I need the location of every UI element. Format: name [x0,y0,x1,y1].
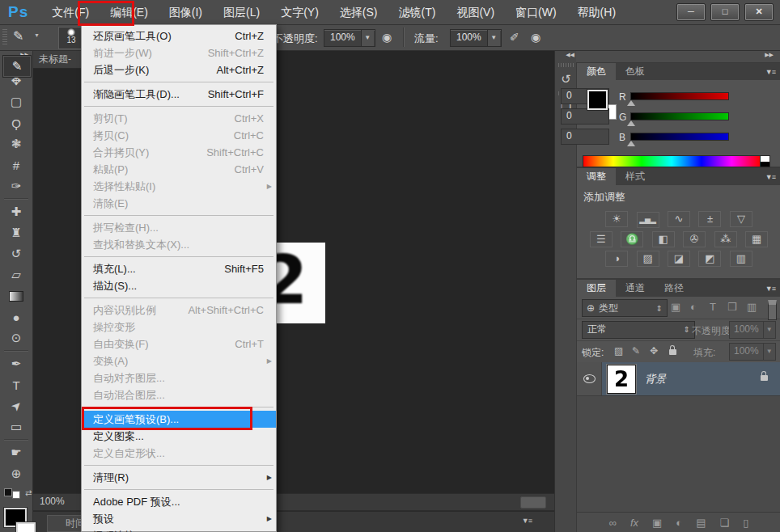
chevron-down-icon[interactable]: ▼ [487,30,500,46]
spot-healing-tool[interactable]: ✚ [0,201,32,222]
new-group-icon[interactable]: ▤ [696,517,706,529]
rect-marquee-tool[interactable]: ▢ [0,91,32,112]
curves-icon[interactable]: ∿ [668,211,690,227]
brush-tool[interactable]: ✎ [2,55,32,78]
layer-opacity-select[interactable]: 100% ▼ [729,321,776,339]
add-layer-mask-icon[interactable]: ▣ [652,517,662,529]
foreground-color-swatch[interactable] [587,90,608,110]
dodge-tool[interactable]: ⊙ [0,327,32,348]
blue-slider-thumb[interactable] [627,141,635,146]
swap-colors-icon[interactable]: ⇄ [25,488,32,497]
crop-tool[interactable]: # [0,154,32,175]
gradient-map-icon[interactable]: ▥ [730,251,752,267]
green-slider-thumb[interactable] [627,120,635,126]
color-lookup-icon[interactable]: ▦ [745,231,768,247]
airbrush-icon[interactable]: ✐ [510,31,519,44]
layer-name[interactable]: 背景 [645,372,666,386]
posterize-icon[interactable]: ▨ [637,251,659,267]
lock-position-icon[interactable]: ✥ [650,345,658,357]
menu-item-step-backward[interactable]: 后退一步(K)Alt+Ctrl+Z [82,61,276,78]
fill-select[interactable]: 100% ▼ [729,343,776,361]
brush-preset-icon[interactable]: ✎ [13,28,23,44]
red-slider-thumb[interactable] [627,100,635,106]
green-slider[interactable] [630,112,729,120]
menu-help[interactable]: 帮助(H) [567,0,626,24]
green-value-field[interactable]: 0 [561,108,609,125]
panel-menu-icon[interactable]: ▼≡ [765,173,775,181]
lock-all-icon[interactable] [669,349,676,355]
zoom-level-status[interactable]: 100% [40,496,65,507]
opacity-select[interactable]: 100% ▼ [324,29,375,47]
spectrum-end-swatches[interactable] [760,155,770,167]
smart-object-filter-icon[interactable]: ▥ [747,301,757,313]
delete-layer-icon[interactable]: ▯ [743,517,748,529]
levels-icon[interactable]: ▂▅▂ [637,212,659,228]
panel-menu-icon[interactable]: ▼≡ [765,285,775,293]
tab-channels[interactable]: 通道 [616,280,655,297]
panel-menu-icon[interactable]: ▼≡ [765,68,775,76]
flow-select[interactable]: 100% ▼ [450,29,502,47]
shape-layer-filter-icon[interactable]: ❒ [727,301,737,313]
chevron-down-icon[interactable]: ▼ [361,30,374,46]
type-layer-filter-icon[interactable]: T [710,301,716,313]
shape-tool[interactable]: ▭ [0,416,32,437]
pressure-opacity-icon[interactable]: ◉ [382,31,392,44]
menu-item-fill[interactable]: 填充(L)...Shift+F5 [82,260,276,277]
scrollbar-thumb[interactable] [520,496,546,509]
tab-adjustments[interactable]: 调整 [577,168,616,185]
menu-item-define-pattern[interactable]: 定义图案... [82,428,276,445]
collapse-left-icon[interactable]: ◀◀ [555,50,577,61]
pressure-size-icon[interactable]: ◉ [531,31,540,44]
blur-tool[interactable]: ● [0,306,32,327]
blue-value-field[interactable]: 0 [561,129,609,145]
layer-filter-select[interactable]: ⊕ 类型 ⇕ [582,299,668,317]
tab-paths[interactable]: 路径 [655,280,693,297]
tab-styles[interactable]: 样式 [616,168,655,185]
history-brush-tool[interactable]: ↺ [0,243,32,264]
threshold-icon[interactable]: ◪ [668,251,690,267]
adjustment-layer-filter-icon[interactable]: ◐ [690,301,697,313]
maximize-button[interactable]: □ [710,3,740,21]
hand-tool[interactable]: ☛ [0,442,32,463]
type-tool[interactable]: T [0,374,32,395]
black-white-icon[interactable]: ◧ [652,231,675,247]
new-adjustment-layer-icon[interactable]: ◐ [676,517,682,529]
new-layer-icon[interactable]: ❏ [720,517,730,529]
eraser-tool[interactable]: ▱ [0,264,32,285]
menu-type[interactable]: 文字(Y) [270,0,329,24]
menu-item-remote-connections[interactable]: 远程连接... [82,527,276,532]
tab-layers[interactable]: 图层 [577,280,616,297]
history-panel-icon[interactable]: ↺ [555,69,577,90]
tab-swatches[interactable]: 色板 [616,63,655,80]
blue-slider[interactable] [630,133,729,141]
pen-tool[interactable]: ✒ [0,353,32,374]
quick-selection-tool[interactable]: ❃ [0,133,32,154]
menu-item-fade-brush[interactable]: 渐隐画笔工具(D)...Shift+Ctrl+F [82,86,276,103]
menu-item-adobe-pdf-presets[interactable]: Adobe PDF 预设... [82,493,276,510]
close-button[interactable]: ✕ [744,3,774,21]
zoom-tool[interactable]: ⊕ [0,463,32,484]
red-slider[interactable] [630,92,729,100]
panel-menu-icon[interactable]: ▼≡ [522,517,532,525]
photo-filter-icon[interactable]: ✇ [683,231,706,247]
menu-layer[interactable]: 图层(L) [213,0,270,24]
lasso-tool[interactable]: Ϙ [0,112,32,133]
color-balance-icon[interactable]: ♎ [621,231,643,247]
clone-stamp-tool[interactable]: ♜ [0,222,32,243]
channel-mixer-icon[interactable]: ⁂ [714,231,737,247]
path-selection-tool[interactable]: ➤ [0,395,32,416]
menu-window[interactable]: 窗口(W) [505,0,567,24]
eyedropper-tool[interactable]: ✑ [0,175,32,196]
menu-filter[interactable]: 滤镜(T) [388,0,447,24]
vibrance-icon[interactable]: ▽ [730,211,752,227]
gradient-tool[interactable] [0,285,32,306]
minimize-button[interactable]: ─ [676,3,706,21]
selective-color-icon[interactable]: ◩ [698,251,721,267]
lock-paint-icon[interactable]: ✎ [632,345,640,357]
pixel-layer-filter-icon[interactable]: ▣ [671,301,680,313]
menu-item-undo-brush[interactable]: 还原画笔工具(O)Ctrl+Z [82,27,276,44]
menu-item-purge[interactable]: 清理(R)▶ [82,469,276,486]
menu-item-presets[interactable]: 预设▶ [82,510,276,527]
link-layers-icon[interactable]: ∞ [609,517,617,529]
invert-icon[interactable]: ◑ [605,251,628,267]
